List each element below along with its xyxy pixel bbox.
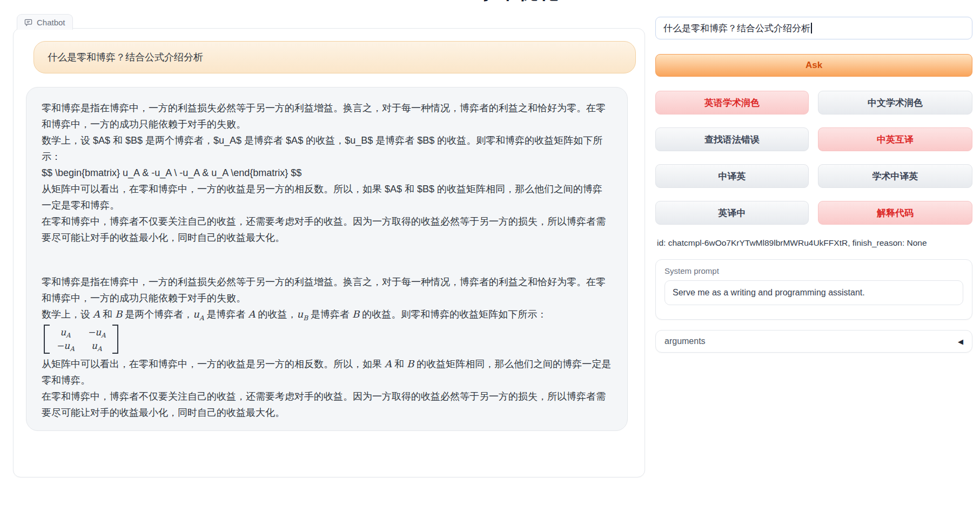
bot-raw-line: 从矩阵中可以看出，在零和博弈中，一方的收益是另一方的相反数。所以，如果 $A$ …: [42, 181, 612, 213]
bot-rendered-para-2: 数学上，设 A 和 B 是两个博弈者，uA 是博弈者 A 的收益，uB 是博弈者…: [42, 306, 612, 322]
arguments-accordion[interactable]: arguments ◀: [655, 330, 972, 353]
quick-action-button-3[interactable]: 查找语法错误: [655, 127, 809, 151]
ask-button[interactable]: Ask: [655, 54, 972, 77]
quick-action-button-7[interactable]: 英译中: [655, 201, 809, 225]
matrix-cell: uA: [56, 326, 75, 339]
matrix-cell: −uA: [88, 326, 106, 339]
bot-raw-line: $$ \begin{bmatrix} u_A & -u_A \ -u_A & u…: [42, 165, 612, 181]
bot-raw-line: 零和博弈是指在博弈中，一方的利益损失必然等于另一方的利益增益。换言之，对于每一种…: [42, 100, 612, 132]
user-message-bubble: 什么是零和博弈？结合公式介绍分析: [33, 41, 636, 73]
page-title-text: 学术优化: [464, 0, 574, 4]
matrix-right-bracket: [112, 325, 118, 354]
bot-rendered-para-4: 在零和博弈中，博弈者不仅要关注自己的收益，还需要考虑对手的收益。因为一方取得的收…: [42, 388, 612, 421]
collapse-caret-icon: ◀: [958, 338, 963, 346]
bot-rendered-para-3: 从矩阵中可以看出，在零和博弈中，一方的收益是另一方的相反数。所以，如果 A 和 …: [42, 356, 612, 388]
matrix-entries: uA−uA−uAuA: [50, 325, 112, 354]
bot-message-bubble: 零和博弈是指在博弈中，一方的利益损失必然等于另一方的利益增益。换言之，对于每一种…: [26, 87, 628, 431]
page-title: 学术优化: [464, 0, 574, 4]
bot-message-gap: [42, 246, 612, 274]
bot-raw-line: 数学上，设 $A$ 和 $B$ 是两个博弈者，$u_A$ 是博弈者 $A$ 的收…: [42, 132, 612, 165]
bot-raw-latex-block: 零和博弈是指在博弈中，一方的利益损失必然等于另一方的利益增益。换言之，对于每一种…: [42, 100, 612, 246]
chatbot-label: Chatbot: [17, 14, 73, 30]
system-prompt-value: Serve me as a writing and programming as…: [673, 288, 865, 298]
matrix-cell: uA: [88, 339, 106, 353]
response-meta-line: id: chatcmpl-6wOo7KrYTwMl89lbrMWRu4UkFFX…: [657, 238, 927, 248]
question-input-value: 什么是零和博弈？结合公式介绍分析: [663, 22, 810, 35]
quick-action-grid: 英语学术润色中文学术润色查找语法错误中英互译中译英学术中译英英译中解释代码: [655, 91, 972, 225]
chatbot-panel: Chatbot 什么是零和博弈？结合公式介绍分析 零和博弈是指在博弈中，一方的利…: [13, 28, 645, 477]
chat-bubble-icon: [24, 18, 32, 26]
payoff-matrix: uA−uA−uAuA: [44, 325, 118, 354]
system-prompt-card: System prompt Serve me as a writing and …: [655, 259, 972, 320]
quick-action-button-5[interactable]: 中译英: [655, 164, 809, 188]
system-prompt-input[interactable]: Serve me as a writing and programming as…: [664, 280, 963, 305]
user-message-text: 什么是零和博弈？结合公式介绍分析: [48, 51, 203, 64]
quick-action-button-2[interactable]: 中文学术润色: [818, 91, 972, 114]
quick-action-button-4[interactable]: 中英互译: [818, 127, 972, 151]
matrix-cell: −uA: [56, 339, 75, 353]
arguments-accordion-label: arguments: [664, 336, 706, 346]
text-cursor: [811, 23, 812, 33]
quick-action-button-6[interactable]: 学术中译英: [818, 164, 972, 188]
bot-raw-line: 在零和博弈中，博弈者不仅要关注自己的收益，还需要考虑对手的收益。因为一方取得的收…: [42, 213, 612, 246]
question-input[interactable]: 什么是零和博弈？结合公式介绍分析: [655, 17, 972, 39]
system-prompt-label: System prompt: [664, 266, 963, 275]
chatbot-label-text: Chatbot: [37, 18, 65, 27]
quick-action-button-8[interactable]: 解释代码: [818, 201, 972, 225]
bot-rendered-para-1: 零和博弈是指在博弈中，一方的利益损失必然等于另一方的利益增益。换言之，对于每一种…: [42, 274, 612, 306]
ask-button-label: Ask: [806, 60, 822, 71]
matrix-left-bracket: [44, 325, 50, 354]
quick-action-button-1[interactable]: 英语学术润色: [655, 91, 809, 114]
